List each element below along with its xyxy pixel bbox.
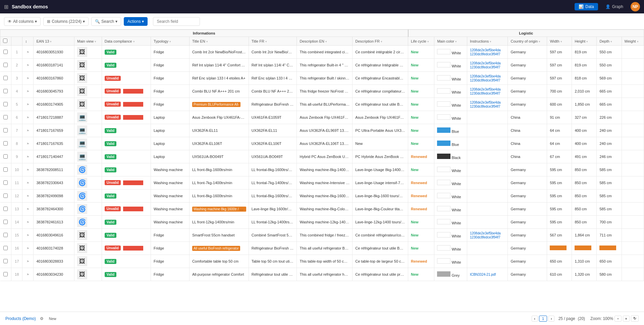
depth-header[interactable]: Depth ▾ bbox=[597, 37, 622, 46]
row-checkbox[interactable] bbox=[0, 124, 11, 137]
table-row: 7 ⚑ 4718017167659 💻 Valid Laptop UX362FA… bbox=[0, 124, 644, 137]
width-header[interactable]: Width ▾ bbox=[547, 37, 572, 46]
table-container: Informations Logistic ↕ EAN 13 ▾ Main vi… bbox=[0, 30, 644, 312]
main-view-header[interactable]: Main view ▾ bbox=[74, 37, 102, 46]
group-header-row: Informations Logistic bbox=[0, 30, 644, 37]
color-header[interactable]: Main color ▾ bbox=[434, 37, 467, 46]
table-row: 2 ⚑ 4016803187141 🖼 Valid Fridge Réf Int… bbox=[0, 59, 644, 72]
current-page: 1 bbox=[539, 316, 547, 322]
instructions-link[interactable]: ICBN3324-21.pdf bbox=[470, 273, 496, 276]
ean-header[interactable]: EAN 13 ▾ bbox=[34, 37, 74, 46]
lifecycle-header[interactable]: Life cycle ▾ bbox=[408, 37, 434, 46]
chevron-down-icon: ▾ bbox=[83, 19, 85, 24]
instructions-link[interactable]: 1230dc8fedce3f94f7 bbox=[470, 235, 500, 239]
instructions-link[interactable]: 1208de2e3ef5be4da bbox=[470, 88, 501, 91]
country-header[interactable]: Country of origin ▾ bbox=[508, 37, 547, 46]
instructions-link[interactable]: 1208de2e3ef5be4da bbox=[470, 74, 501, 78]
row-desc-en: This all useful refrigerator BLUPerforma… bbox=[297, 242, 353, 255]
columns-btn[interactable]: ⊞ Columns (22/24) ▾ bbox=[43, 17, 89, 26]
instructions-link[interactable]: 1230dc8fedce3f94f7 bbox=[470, 52, 500, 56]
row-checkbox[interactable] bbox=[0, 85, 11, 98]
row-title-fr: Réf Enc s/plan 133 l 4 etoiles A+ bbox=[249, 72, 297, 85]
row-checkbox[interactable] bbox=[0, 72, 11, 85]
row-checkbox[interactable] bbox=[0, 46, 11, 59]
row-checkbox[interactable] bbox=[0, 189, 11, 203]
compliance-badge: Valid bbox=[105, 259, 116, 264]
products-label[interactable]: Products (Demo) bbox=[5, 316, 36, 321]
row-ean: 3838782499098 bbox=[34, 189, 74, 203]
columns-icon: ⊞ bbox=[47, 19, 50, 24]
row-depth: 246 cm bbox=[597, 150, 622, 163]
row-checkbox[interactable] bbox=[0, 98, 11, 111]
row-title-fr: LL frontal-7kg-1400trs/min bbox=[249, 176, 297, 189]
row-typology: Fridge bbox=[151, 46, 189, 59]
height-header[interactable]: Height ▾ bbox=[572, 37, 597, 46]
prev-page-btn[interactable]: ‹ bbox=[532, 316, 538, 322]
row-checkbox[interactable] bbox=[0, 242, 11, 255]
desc-fr-header[interactable]: Description FR ▾ bbox=[353, 37, 408, 46]
row-checkbox[interactable] bbox=[0, 59, 11, 72]
title-en-header[interactable]: Title EN ▾ bbox=[189, 37, 249, 46]
desc-en-header[interactable]: Description EN ▾ bbox=[297, 37, 353, 46]
row-num: 16 bbox=[11, 242, 22, 255]
row-color: White bbox=[434, 111, 467, 124]
table-row: 6 ⚑ 4718017218887 💻 Unvalid Laptop Asus … bbox=[0, 111, 644, 124]
actions-btn[interactable]: Actions ▾ bbox=[124, 17, 148, 26]
row-checkbox[interactable] bbox=[0, 137, 11, 150]
instructions-link[interactable]: 1208de2e3ef5be4da bbox=[470, 231, 501, 235]
instructions-link[interactable]: 1208de2e3ef5be4da bbox=[470, 101, 501, 104]
row-typology: Laptop bbox=[151, 150, 189, 163]
select-all-header[interactable] bbox=[0, 37, 11, 46]
table-row: 12 ⚑ 3838782499098 🌀 Valid Washing machi… bbox=[0, 189, 644, 203]
instructions-link[interactable]: 1230dc8fedce3f94f7 bbox=[470, 105, 500, 108]
data-nav-btn[interactable]: 📊 Data bbox=[575, 3, 598, 10]
search-input[interactable] bbox=[153, 17, 200, 26]
row-desc-fr: Ce réfrigérateur tout utile BLUPerforman… bbox=[353, 242, 408, 255]
instructions-link[interactable]: 1230dc8fedce3f94f7 bbox=[470, 65, 500, 69]
compliance-badge: Unvalid bbox=[105, 102, 121, 107]
row-checkbox[interactable] bbox=[0, 163, 11, 176]
row-checkbox[interactable] bbox=[0, 150, 11, 163]
column-header-row: ↕ EAN 13 ▾ Main view ▾ Data compliance ▾… bbox=[0, 37, 644, 46]
row-flag: ⚑ bbox=[22, 98, 34, 111]
zoom-out-btn[interactable]: − bbox=[614, 316, 621, 322]
compliance-badge: Valid bbox=[105, 233, 116, 238]
row-depth: 585 cm bbox=[597, 163, 622, 176]
row-width: 595 cm bbox=[547, 163, 572, 176]
zoom-in-btn[interactable]: + bbox=[623, 316, 630, 322]
all-columns-btn[interactable]: 👁 All columns ▾ bbox=[4, 17, 41, 26]
instructions-link[interactable]: 1208de2e3ef5be4da bbox=[470, 48, 501, 52]
instructions-link[interactable]: 1230dc8fedce3f94f7 bbox=[470, 78, 500, 82]
settings-icon[interactable]: ⚙ bbox=[40, 316, 44, 321]
row-checkbox[interactable] bbox=[0, 203, 11, 216]
graph-nav-btn[interactable]: 👤 Graph bbox=[601, 3, 627, 10]
row-desc-en: Washing machine-12kg-1400 revolutions / … bbox=[297, 216, 353, 229]
title-fr-header[interactable]: Title FR ▾ bbox=[249, 37, 297, 46]
row-title-fr: LL frontal-8kg-1600trs/min bbox=[249, 163, 297, 176]
row-num: 6 bbox=[11, 111, 22, 124]
row-checkbox[interactable] bbox=[0, 216, 11, 229]
compliance-header[interactable]: Data compliance ▾ bbox=[102, 37, 151, 46]
row-flag: ⚑ bbox=[22, 176, 34, 189]
row-compliance: Valid bbox=[102, 137, 151, 150]
next-page-btn[interactable]: › bbox=[548, 316, 554, 322]
instructions-header[interactable]: Instructions ▾ bbox=[467, 37, 508, 46]
row-checkbox[interactable] bbox=[0, 229, 11, 242]
refresh-btn[interactable]: ↻ bbox=[631, 315, 639, 322]
user-avatar[interactable]: NP bbox=[631, 2, 640, 11]
row-compliance: Valid bbox=[102, 163, 151, 176]
row-checkbox[interactable] bbox=[0, 255, 11, 268]
row-flag: ⚑ bbox=[22, 111, 34, 124]
row-depth: 580 cm bbox=[597, 268, 622, 281]
weight-header[interactable]: Weight ▾ bbox=[622, 37, 644, 46]
search-btn[interactable]: 🔍 Search ▾ bbox=[91, 17, 121, 26]
instructions-link[interactable]: 1230dc8fedce3f94f7 bbox=[470, 92, 500, 95]
instructions-link[interactable]: 1208de2e3ef5be4da bbox=[470, 61, 501, 65]
row-checkbox[interactable] bbox=[0, 268, 11, 281]
row-checkbox[interactable] bbox=[0, 176, 11, 189]
row-checkbox[interactable] bbox=[0, 111, 11, 124]
row-country: Germany bbox=[508, 85, 547, 98]
table-row: 11 ⚑ 3838782330643 🌀 Unvalid Washing mac… bbox=[0, 176, 644, 189]
typology-header[interactable]: Typology ▾ bbox=[151, 37, 189, 46]
row-lifecycle: New bbox=[408, 216, 434, 229]
